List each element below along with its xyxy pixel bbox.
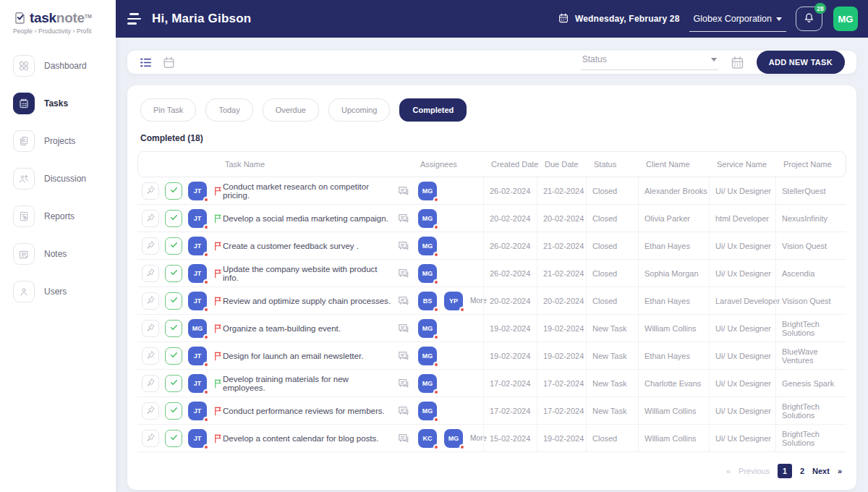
sidebar-item-users[interactable]: Users <box>0 276 116 308</box>
complete-task-button[interactable] <box>165 402 182 420</box>
task-name[interactable]: Develop training materials for new emplo… <box>223 370 396 396</box>
assignee-avatar[interactable]: YP <box>444 292 463 310</box>
sidebar-item-discussion[interactable]: Discussion <box>0 163 116 195</box>
previous-page-button[interactable]: Previous <box>739 467 770 475</box>
assignees-cell: MG <box>418 232 489 259</box>
calendar-filter-icon[interactable] <box>730 55 745 70</box>
flag-icon[interactable] <box>213 433 224 444</box>
assignee-avatar[interactable]: MG <box>418 237 437 255</box>
flag-icon[interactable] <box>213 213 224 224</box>
pin-task-button[interactable] <box>142 347 159 365</box>
notifications-button[interactable]: 28 <box>796 7 822 31</box>
pin-task-button[interactable] <box>142 320 159 337</box>
previous-arrow[interactable]: « <box>726 467 731 475</box>
flag-icon[interactable] <box>213 378 224 389</box>
owner-avatar[interactable]: JT <box>188 237 207 255</box>
task-name[interactable]: Review and optimize supply chain process… <box>223 287 396 314</box>
list-view-icon[interactable] <box>139 56 153 69</box>
chat-icon[interactable] <box>396 376 411 391</box>
task-name[interactable]: Conduct performance reviews for members. <box>223 397 396 424</box>
flag-icon[interactable] <box>213 350 224 362</box>
owner-avatar[interactable]: JT <box>188 209 207 228</box>
sidebar-item-dashboard[interactable]: Dashboard <box>0 50 116 82</box>
chat-icon[interactable] <box>396 294 411 308</box>
pin-task-button[interactable] <box>142 237 159 255</box>
user-avatar[interactable]: MG <box>833 7 858 31</box>
owner-avatar[interactable]: JT <box>188 374 207 393</box>
flag-icon[interactable] <box>213 185 224 197</box>
filter-pill-pin-task[interactable]: Pin Task <box>140 98 196 122</box>
filter-pill-completed[interactable]: Completed <box>399 98 467 122</box>
flag-icon[interactable] <box>213 323 224 334</box>
status-filter-select[interactable]: Status <box>581 54 718 70</box>
complete-task-button[interactable] <box>165 210 182 227</box>
assignee-avatar[interactable]: KC <box>418 429 437 448</box>
complete-task-button[interactable] <box>165 430 182 447</box>
complete-task-button[interactable] <box>165 182 182 200</box>
complete-task-button[interactable] <box>165 292 182 310</box>
chat-icon[interactable] <box>396 239 411 253</box>
chat-icon[interactable] <box>396 321 411 336</box>
sidebar-item-notes[interactable]: Notes <box>0 238 116 270</box>
next-arrow[interactable]: » <box>838 467 842 475</box>
flag-icon[interactable] <box>213 405 224 417</box>
pin-task-button[interactable] <box>142 292 159 310</box>
pin-task-button[interactable] <box>142 182 159 200</box>
pin-task-button[interactable] <box>142 375 159 392</box>
chat-icon[interactable] <box>396 184 411 198</box>
filter-pill-overdue[interactable]: Overdue <box>263 98 319 122</box>
chat-icon[interactable] <box>396 349 411 363</box>
flag-icon[interactable] <box>213 268 224 279</box>
owner-avatar[interactable]: JT <box>188 182 207 200</box>
sidebar-item-reports[interactable]: Reports <box>0 200 116 232</box>
complete-task-button[interactable] <box>165 347 182 365</box>
task-name[interactable]: Conduct market research on competitor pr… <box>223 177 396 204</box>
chat-icon[interactable] <box>396 431 411 446</box>
complete-task-button[interactable] <box>165 320 182 337</box>
sidebar-item-projects[interactable]: Projects <box>0 125 116 157</box>
task-name[interactable]: Design for launch an email newsletter. <box>223 342 396 369</box>
page-1-button[interactable]: 1 <box>778 464 792 478</box>
owner-avatar[interactable]: JT <box>188 264 207 283</box>
menu-toggle-icon[interactable] <box>127 13 142 25</box>
owner-avatar[interactable]: MG <box>188 319 207 338</box>
assignee-avatar[interactable]: MG <box>444 429 463 448</box>
add-new-task-button[interactable]: ADD NEW TASK <box>757 51 845 74</box>
task-name[interactable]: Develop a content calendar for blog post… <box>223 425 396 451</box>
next-page-button[interactable]: Next <box>812 467 830 475</box>
calendar-view-icon[interactable] <box>162 56 176 69</box>
assignee-avatar[interactable]: MG <box>418 319 437 338</box>
assignee-avatar[interactable]: MG <box>418 402 437 420</box>
pin-task-button[interactable] <box>142 402 159 420</box>
owner-avatar[interactable]: JT <box>188 429 207 448</box>
assignee-avatar[interactable]: BS <box>418 292 437 310</box>
task-name[interactable]: Update the company website with product … <box>223 260 396 287</box>
task-name[interactable]: Develop a social media marketing campaig… <box>223 205 396 232</box>
chat-icon[interactable] <box>396 266 411 281</box>
assignee-avatar[interactable]: MG <box>418 209 437 228</box>
company-dropdown[interactable]: Globex Corporation <box>691 14 785 24</box>
task-name[interactable]: Create a customer feedback survey . <box>223 232 396 259</box>
owner-avatar[interactable]: JT <box>188 402 207 420</box>
flag-icon[interactable] <box>213 295 224 307</box>
filter-pill-upcoming[interactable]: Upcoming <box>328 98 391 122</box>
complete-task-button[interactable] <box>165 375 182 392</box>
owner-avatar[interactable]: JT <box>188 347 207 365</box>
complete-task-button[interactable] <box>165 237 182 255</box>
task-name[interactable]: Organize a team-building event. <box>223 315 396 342</box>
chat-icon[interactable] <box>396 211 411 226</box>
flag-icon[interactable] <box>213 240 224 252</box>
pin-task-button[interactable] <box>142 430 159 447</box>
assignee-avatar[interactable]: MG <box>418 182 437 200</box>
assignee-avatar[interactable]: MG <box>418 374 437 393</box>
assignee-avatar[interactable]: MG <box>418 264 437 283</box>
chat-icon[interactable] <box>396 404 411 418</box>
complete-task-button[interactable] <box>165 265 182 282</box>
owner-avatar[interactable]: JT <box>188 292 207 310</box>
assignee-avatar[interactable]: MG <box>418 347 437 365</box>
filter-pill-today[interactable]: Today <box>205 98 252 122</box>
sidebar-item-tasks[interactable]: Tasks <box>0 88 116 119</box>
pin-task-button[interactable] <box>142 265 159 282</box>
pin-task-button[interactable] <box>142 210 159 227</box>
page-2-button[interactable]: 2 <box>800 467 804 475</box>
